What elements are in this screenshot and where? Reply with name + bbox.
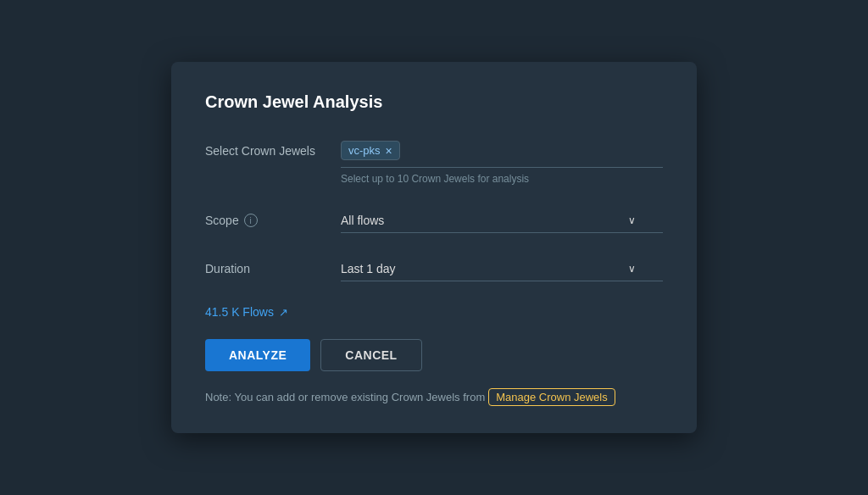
- scope-label: Scope i: [205, 209, 341, 227]
- crown-jewels-control: vc-pks × Select up to 10 Crown Jewels fo…: [341, 139, 663, 185]
- duration-select-display[interactable]: Last 1 day ∨: [341, 257, 663, 281]
- cancel-button[interactable]: CANCEL: [320, 339, 421, 371]
- flows-link-label: 41.5 K Flows: [205, 305, 274, 319]
- duration-label: Duration: [205, 257, 341, 275]
- tag-label: vc-pks: [348, 144, 381, 157]
- note-text: Note: You can add or remove existing Cro…: [205, 391, 485, 403]
- dialog-title: Crown Jewel Analysis: [205, 92, 663, 112]
- tag-input[interactable]: vc-pks ×: [341, 139, 663, 168]
- tag-hint: Select up to 10 Crown Jewels for analysi…: [341, 173, 663, 185]
- scope-select[interactable]: All flows ∨: [341, 209, 663, 233]
- duration-row: Duration Last 1 day ∨: [205, 257, 663, 281]
- scope-row: Scope i All flows ∨: [205, 209, 663, 233]
- analyze-button[interactable]: ANALYZE: [205, 339, 310, 371]
- crown-jewel-tag: vc-pks ×: [341, 141, 400, 160]
- external-link-icon: ↗: [279, 306, 288, 319]
- overlay: Crown Jewel Analysis Select Crown Jewels…: [0, 0, 868, 495]
- scope-control: All flows ∨: [341, 209, 663, 233]
- scope-select-display[interactable]: All flows ∨: [341, 209, 663, 233]
- duration-value: Last 1 day: [341, 262, 396, 275]
- scope-info-icon[interactable]: i: [244, 214, 258, 227]
- flows-link[interactable]: 41.5 K Flows ↗: [205, 305, 663, 319]
- duration-control: Last 1 day ∨: [341, 257, 663, 281]
- duration-chevron-icon: ∨: [628, 263, 636, 275]
- crown-jewels-label: Select Crown Jewels: [205, 139, 341, 158]
- scope-chevron-icon: ∨: [628, 214, 636, 226]
- note-row: Note: You can add or remove existing Cro…: [205, 388, 663, 406]
- button-row: ANALYZE CANCEL: [205, 339, 663, 371]
- scope-value: All flows: [341, 214, 384, 227]
- dialog: Crown Jewel Analysis Select Crown Jewels…: [171, 62, 697, 433]
- tag-close-button[interactable]: ×: [386, 145, 392, 157]
- manage-crown-jewels-link[interactable]: Manage Crown Jewels: [488, 388, 615, 406]
- crown-jewels-row: Select Crown Jewels vc-pks × Select up t…: [205, 139, 663, 185]
- duration-select[interactable]: Last 1 day ∨: [341, 257, 663, 281]
